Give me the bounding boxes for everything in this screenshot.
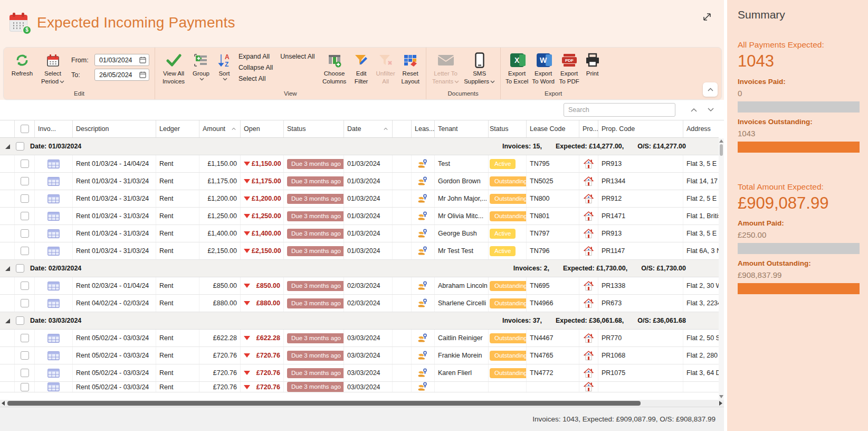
property-icon[interactable] (584, 176, 594, 186)
property-icon[interactable] (584, 246, 594, 256)
lease-icon[interactable] (417, 333, 428, 344)
lease-icon[interactable] (417, 368, 428, 379)
row-checkbox[interactable] (21, 282, 29, 290)
column-header-description[interactable]: Description (73, 120, 156, 137)
edit-filter-button[interactable]: Edit Filter (350, 50, 373, 87)
invoice-icon[interactable] (47, 382, 60, 391)
table-row[interactable]: Rent 05/02/24 - 03/03/24 Rent £720.76 £7… (0, 364, 719, 382)
row-checkbox[interactable] (21, 334, 29, 342)
horizontal-scrollbar[interactable] (0, 400, 724, 407)
column-header-lease[interactable]: Leas... (412, 120, 435, 137)
row-checkbox[interactable] (21, 177, 29, 185)
vertical-scroll-thumb[interactable] (720, 144, 723, 156)
invoice-icon[interactable] (47, 369, 60, 378)
row-checkbox[interactable] (21, 229, 29, 238)
invoice-icon[interactable] (47, 282, 60, 291)
invoice-icon[interactable] (47, 194, 60, 203)
search-input[interactable] (564, 103, 675, 117)
row-checkbox[interactable] (21, 160, 29, 168)
refresh-button[interactable]: Refresh (7, 50, 37, 79)
property-icon[interactable] (584, 368, 594, 378)
table-row[interactable]: Rent 01/03/24 - 31/03/24 Rent £1,400.00 … (0, 225, 719, 242)
export-pdf-button[interactable]: PDF Export To PDF (557, 50, 582, 87)
group-checkbox[interactable] (16, 264, 24, 273)
invoice-icon[interactable] (47, 247, 60, 256)
choose-columns-button[interactable]: Choose Columns (319, 50, 350, 87)
row-checkbox[interactable] (21, 299, 29, 307)
column-header-tenant-status[interactable]: Status (489, 120, 527, 137)
invoice-icon[interactable] (47, 334, 60, 343)
unselect-all-button[interactable]: Unselect All (280, 53, 314, 60)
property-icon[interactable] (584, 298, 594, 308)
invoice-icon[interactable] (47, 229, 60, 238)
export-excel-button[interactable]: X Export To Excel (504, 50, 530, 87)
group-expanded-icon[interactable] (5, 266, 10, 271)
invoice-icon[interactable] (47, 177, 60, 186)
group-expanded-icon[interactable] (5, 144, 10, 149)
column-header-lease-code[interactable]: Lease Code (527, 120, 579, 137)
group-expanded-icon[interactable] (5, 318, 10, 323)
table-row[interactable]: Rent 01/03/24 - 31/03/24 Rent £1,175.00 … (0, 173, 719, 190)
expand-window-icon[interactable] (702, 12, 712, 22)
lease-icon[interactable] (417, 280, 428, 292)
table-row[interactable]: Rent 01/03/24 - 31/03/24 Rent £2,150.00 … (0, 242, 719, 260)
group-button[interactable]: Group (189, 50, 213, 82)
select-all-checkbox[interactable] (21, 125, 29, 133)
select-period-button[interactable]: Select Period (37, 50, 68, 87)
property-icon[interactable] (584, 281, 594, 291)
row-checkbox[interactable] (21, 194, 29, 203)
row-checkbox[interactable] (21, 247, 29, 255)
lease-icon[interactable] (417, 350, 428, 361)
lease-icon[interactable] (417, 298, 428, 309)
table-row[interactable]: Rent 01/03/24 - 14/04/24 Rent £1,150.00 … (0, 155, 719, 173)
row-checkbox[interactable] (21, 383, 29, 391)
column-header-prop-code[interactable]: Prop. Code (598, 120, 683, 137)
horizontal-scroll-thumb[interactable] (7, 401, 641, 406)
group-checkbox[interactable] (16, 316, 24, 325)
lease-icon[interactable] (417, 382, 428, 392)
property-icon[interactable] (584, 351, 594, 361)
property-icon[interactable] (584, 382, 594, 392)
invoice-icon[interactable] (47, 351, 60, 360)
property-icon[interactable] (584, 194, 594, 204)
lease-icon[interactable] (417, 193, 428, 204)
invoice-icon[interactable] (47, 212, 60, 221)
property-icon[interactable] (584, 159, 594, 169)
search-next-button[interactable] (704, 104, 718, 116)
property-icon[interactable] (584, 229, 594, 239)
invoice-icon[interactable] (47, 299, 60, 308)
export-word-button[interactable]: W Export To Word (530, 50, 557, 87)
property-icon[interactable] (584, 333, 594, 343)
sms-suppliers-button[interactable]: SMS Suppliers (462, 50, 497, 87)
group-row[interactable]: Date: 03/03/2024 Invoices: 37, Expected:… (0, 312, 719, 330)
reset-layout-button[interactable]: Reset Layout (398, 50, 423, 87)
table-row[interactable]: Rent 05/02/24 - 03/03/24 Rent £720.76 £7… (0, 382, 719, 392)
group-row[interactable]: Date: 02/03/2024 Invoices: 2, Expected: … (0, 260, 719, 277)
column-header-status[interactable]: Status (284, 120, 344, 137)
search-prev-button[interactable] (687, 104, 701, 116)
lease-icon[interactable] (417, 176, 428, 187)
collapse-all-button[interactable]: Collapse All (239, 64, 273, 71)
sort-button[interactable]: AZ Sort (213, 50, 235, 82)
lease-icon[interactable] (417, 211, 428, 222)
print-button[interactable]: Print (582, 50, 603, 79)
table-row[interactable]: Rent 01/03/24 - 31/03/24 Rent £1,200.00 … (0, 190, 719, 208)
table-row[interactable]: Rent 04/02/24 - 02/03/24 Rent £880.00 £8… (0, 295, 719, 312)
group-checkbox[interactable] (16, 142, 24, 151)
expand-all-button[interactable]: Expand All (239, 53, 273, 60)
column-header-date[interactable]: Date (344, 120, 393, 137)
ribbon-collapse-button[interactable] (703, 82, 718, 97)
lease-icon[interactable] (417, 158, 428, 170)
property-icon[interactable] (584, 211, 594, 221)
select-all-button[interactable]: Select All (239, 75, 273, 82)
column-header-tenant[interactable]: Tenant (435, 120, 489, 137)
table-row[interactable]: Rent 05/02/24 - 03/03/24 Rent £622.28 £6… (0, 330, 719, 347)
table-row[interactable]: Rent 02/03/24 - 01/04/24 Rent £850.00 £8… (0, 277, 719, 295)
row-checkbox[interactable] (21, 212, 29, 220)
column-header-amount[interactable]: Amount (199, 120, 241, 137)
from-date-input[interactable]: 01/03/2024 (94, 54, 149, 66)
to-date-input[interactable]: 26/05/2024 (94, 69, 149, 81)
lease-icon[interactable] (417, 246, 428, 257)
group-row[interactable]: Date: 01/03/2024 Invoices: 15, Expected:… (0, 138, 719, 155)
column-header-open[interactable]: Open (241, 120, 284, 137)
